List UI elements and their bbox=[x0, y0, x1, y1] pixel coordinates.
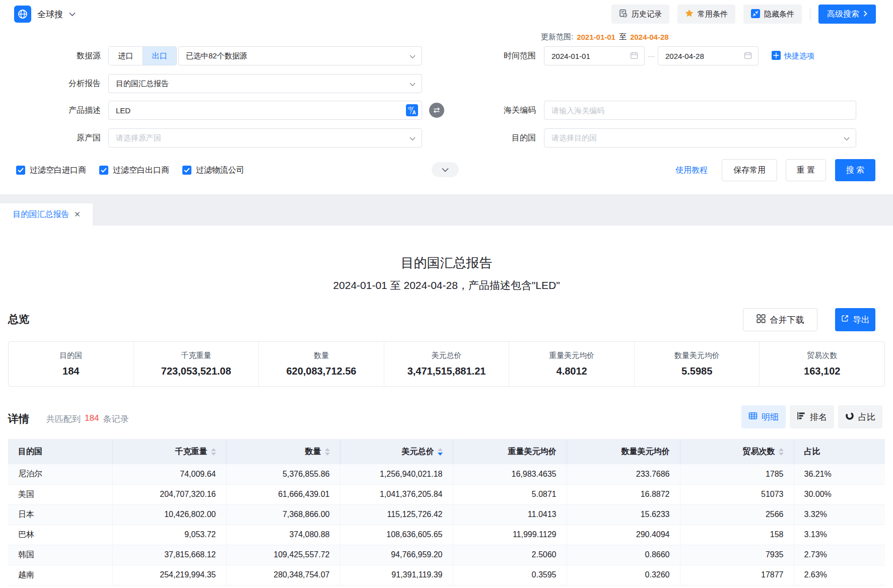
reset-button[interactable]: 重 置 bbox=[786, 159, 826, 181]
update-range: 更新范围: 2021-01-01 至 2024-04-28 bbox=[541, 32, 669, 42]
filter-label: 过滤空白进口商 bbox=[30, 165, 86, 176]
search-button[interactable]: 搜 索 bbox=[835, 159, 875, 181]
rank-view-icon bbox=[797, 411, 806, 423]
page-subtitle: 2024-01-01 至 2024-04-28，产品描述包含"LED" bbox=[0, 278, 893, 292]
chevron-right-icon bbox=[863, 10, 867, 19]
tutorial-link[interactable]: 使用教程 bbox=[675, 159, 708, 181]
view-ratio-button[interactable]: 占比 bbox=[838, 405, 882, 428]
history-button-label: 历史记录 bbox=[632, 10, 662, 19]
pie-view-icon bbox=[845, 411, 854, 423]
detail-table: 目的国 千克重量 数量 美元总价 重量美元均价 数量美元均价 贸易次数 占比 尼… bbox=[8, 439, 885, 585]
translate-icon[interactable]: 中A bbox=[406, 104, 418, 118]
table-row[interactable]: 越南254,219,994.35280,348,754.0791,391,119… bbox=[8, 565, 885, 585]
expand-form-button[interactable] bbox=[432, 162, 459, 177]
date-end-value: 2024-04-28 bbox=[665, 52, 744, 60]
overview-heading: 总览 bbox=[8, 312, 29, 326]
chevron-down-icon bbox=[409, 134, 416, 142]
match-prefix: 共匹配到 bbox=[46, 413, 81, 425]
collapse-icon bbox=[751, 9, 760, 20]
product-desc-input[interactable] bbox=[108, 101, 422, 120]
app-name: 全球搜 bbox=[37, 9, 63, 20]
quick-options-link[interactable]: 快捷选项 bbox=[772, 46, 814, 65]
col-usd-total[interactable]: 美元总价 bbox=[340, 439, 453, 464]
stat-usd-per-weight: 重量美元均价4.8012 bbox=[509, 342, 634, 386]
data-source-select[interactable]: 已选中82个数据源 bbox=[178, 46, 422, 65]
sort-icon[interactable] bbox=[211, 448, 216, 456]
table-row[interactable]: 巴林9,053.72374,080.88108,636,605.6511,999… bbox=[8, 525, 885, 545]
sort-icon[interactable] bbox=[325, 448, 330, 456]
star-icon bbox=[685, 9, 694, 19]
filter-label: 过滤物流公司 bbox=[196, 165, 244, 176]
checkbox-checked-icon bbox=[99, 166, 108, 175]
hide-conditions-label: 隐藏条件 bbox=[764, 10, 794, 19]
hide-conditions-button[interactable]: 隐藏条件 bbox=[743, 5, 802, 24]
product-desc-label: 产品描述 bbox=[10, 101, 101, 120]
origin-country-select[interactable]: 请选择原产国 bbox=[108, 128, 422, 148]
export-button[interactable]: 导出 bbox=[835, 308, 875, 331]
filter-checkbox-group: 过滤空白进口商 过滤空白出口商 过滤物流公司 bbox=[16, 159, 244, 181]
view-ratio-label: 占比 bbox=[858, 411, 875, 423]
stat-quantity: 数量620,083,712.56 bbox=[258, 342, 384, 386]
view-rank-button[interactable]: 排名 bbox=[790, 405, 834, 428]
merge-download-button[interactable]: 合并下载 bbox=[743, 308, 817, 331]
import-toggle[interactable]: 进口 bbox=[109, 47, 143, 65]
save-common-button[interactable]: 保存常用 bbox=[722, 159, 777, 181]
col-destination: 目的国 bbox=[8, 439, 112, 464]
filter-blank-importer[interactable]: 过滤空白进口商 bbox=[16, 165, 86, 176]
stat-kg-weight: 千克重量723,053,521.08 bbox=[133, 342, 259, 386]
sort-icon[interactable] bbox=[779, 448, 784, 456]
hs-code-input[interactable] bbox=[544, 101, 856, 120]
tab-bar: 目的国汇总报告 bbox=[0, 194, 893, 226]
report-type-select[interactable]: 目的国汇总报告 bbox=[108, 74, 422, 93]
date-range-dash: — bbox=[645, 46, 658, 65]
quick-options-label: 快捷选项 bbox=[784, 51, 814, 61]
filter-blank-exporter[interactable]: 过滤空白出口商 bbox=[99, 165, 169, 176]
export-label: 导出 bbox=[853, 314, 870, 326]
match-suffix: 条记录 bbox=[103, 413, 128, 425]
export-toggle[interactable]: 出口 bbox=[143, 47, 177, 65]
tab-destination-report[interactable]: 目的国汇总报告 bbox=[0, 203, 93, 226]
date-start-input[interactable]: 2024-01-01 bbox=[544, 46, 645, 65]
col-usd-per-weight: 重量美元均价 bbox=[453, 439, 567, 464]
origin-country-placeholder: 请选择原产国 bbox=[116, 133, 409, 143]
table-view-icon bbox=[748, 411, 758, 423]
time-range-label: 时间范围 bbox=[445, 46, 536, 65]
col-share: 占比 bbox=[794, 439, 885, 464]
export-icon bbox=[841, 314, 849, 325]
advanced-search-button[interactable]: 高级搜索 bbox=[818, 5, 876, 24]
chevron-down-icon bbox=[844, 134, 850, 142]
stat-usd-total: 美元总价3,471,515,881.21 bbox=[384, 342, 509, 386]
merge-download-icon bbox=[757, 314, 766, 326]
destination-country-placeholder: 请选择目的国 bbox=[552, 133, 844, 143]
update-range-to: 至 bbox=[619, 32, 627, 42]
close-icon[interactable] bbox=[75, 210, 80, 219]
svg-text:A: A bbox=[413, 110, 416, 115]
table-row[interactable]: 美国204,707,320.1661,666,439.011,041,376,2… bbox=[8, 484, 885, 504]
favorites-button[interactable]: 常用条件 bbox=[677, 5, 735, 24]
swap-icon[interactable] bbox=[429, 103, 444, 118]
table-row[interactable]: 日本10,426,802.007,368,866.00115,125,726.4… bbox=[8, 504, 885, 525]
date-end-input[interactable]: 2024-04-28 bbox=[658, 46, 759, 65]
checkbox-checked-icon bbox=[182, 166, 191, 175]
destination-country-select[interactable]: 请选择目的国 bbox=[544, 128, 856, 148]
table-header-row: 目的国 千克重量 数量 美元总价 重量美元均价 数量美元均价 贸易次数 占比 bbox=[8, 439, 885, 464]
update-range-start: 2021-01-01 bbox=[577, 33, 615, 41]
chevron-down-icon bbox=[409, 80, 416, 88]
table-row[interactable]: 尼泊尔74,009.645,376,855.861,256,940,021.18… bbox=[8, 464, 885, 484]
hs-code-label: 海关编码 bbox=[445, 101, 536, 120]
chevron-down-icon bbox=[69, 10, 76, 19]
page-title: 目的国汇总报告 bbox=[0, 254, 893, 272]
app-brand[interactable]: 全球搜 bbox=[14, 6, 76, 23]
tab-label: 目的国汇总报告 bbox=[13, 209, 70, 220]
table-row[interactable]: 韩国37,815,668.12109,425,557.7294,766,959.… bbox=[8, 545, 885, 565]
report-type-label: 分析报告 bbox=[10, 74, 101, 93]
history-button[interactable]: 历史记录 bbox=[611, 5, 669, 24]
col-trade-count[interactable]: 贸易次数 bbox=[680, 439, 794, 464]
view-detail-button[interactable]: 明细 bbox=[741, 405, 786, 428]
col-kg-weight[interactable]: 千克重量 bbox=[112, 439, 226, 464]
sort-icon-active[interactable] bbox=[438, 448, 443, 456]
col-quantity[interactable]: 数量 bbox=[226, 439, 340, 464]
import-export-toggle: 进口 出口 bbox=[108, 46, 177, 65]
filter-logistics[interactable]: 过滤物流公司 bbox=[182, 165, 244, 176]
topbar: 全球搜 历史记录 常用条件 隐藏条件 高级搜索 bbox=[0, 0, 893, 28]
